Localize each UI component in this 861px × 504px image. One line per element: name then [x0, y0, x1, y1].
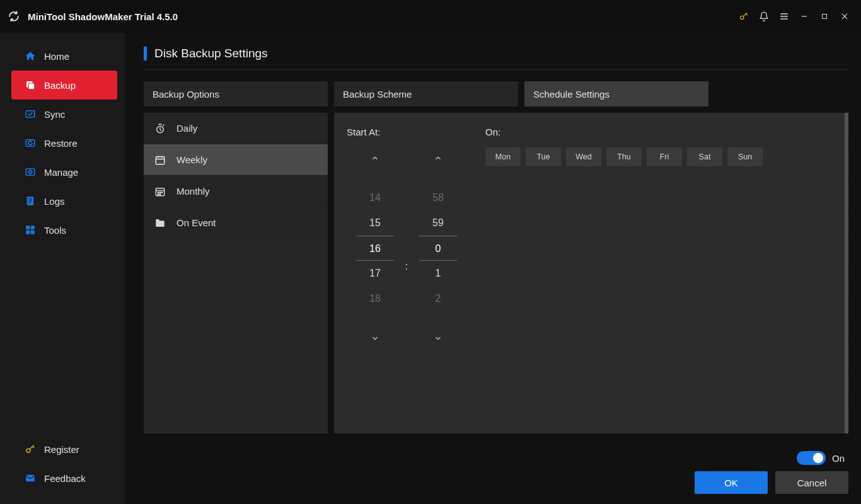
svg-point-32 — [159, 192, 161, 193]
day-label: Wed — [575, 152, 591, 161]
sidebar-item-register[interactable]: Register — [0, 435, 125, 464]
tab-row: Backup Options Backup Scheme Schedule Se… — [144, 81, 848, 106]
tools-icon — [24, 224, 37, 236]
sidebar-item-logs[interactable]: Logs — [0, 186, 125, 215]
hour-minus2[interactable]: 14 — [356, 185, 394, 210]
time-separator: : — [403, 261, 410, 272]
day-button-sat[interactable]: Sat — [687, 147, 722, 166]
page-title: Disk Backup Settings — [154, 47, 268, 60]
svg-point-34 — [158, 193, 159, 195]
minute-up-button[interactable] — [434, 147, 442, 169]
day-button-tue[interactable]: Tue — [526, 147, 561, 166]
sidebar-item-label: Feedback — [44, 473, 86, 484]
day-button-thu[interactable]: Thu — [606, 147, 642, 166]
backup-icon — [24, 79, 37, 91]
sidebar-item-label: Backup — [44, 80, 76, 91]
upgrade-key-icon[interactable] — [735, 8, 753, 25]
calendar-month-icon — [154, 185, 166, 198]
hour-minus1[interactable]: 15 — [356, 210, 394, 236]
ok-button[interactable]: OK — [695, 471, 768, 494]
schedule-type-label: Daily — [176, 123, 197, 134]
sidebar-item-label: Logs — [44, 196, 65, 207]
sidebar-item-sync[interactable]: Sync — [0, 100, 125, 129]
svg-rect-9 — [28, 83, 35, 89]
maximize-button[interactable] — [816, 8, 833, 25]
hour-plus1[interactable]: 17 — [356, 261, 394, 286]
hour-column: 14 15 16 17 18 — [347, 147, 403, 349]
hour-selected[interactable]: 16 — [356, 236, 394, 261]
close-button[interactable] — [836, 8, 853, 25]
minute-column: 58 59 0 1 2 — [410, 147, 466, 349]
day-label: Sat — [699, 152, 711, 161]
svg-rect-19 — [31, 226, 35, 229]
hour-down-button[interactable] — [371, 328, 379, 349]
minute-plus1[interactable]: 1 — [419, 261, 457, 286]
minute-plus2[interactable]: 2 — [419, 286, 457, 311]
clock-icon — [154, 122, 166, 135]
on-label: On: — [485, 127, 763, 137]
schedule-type-weekly[interactable]: Weekly — [144, 144, 328, 176]
schedule-type-on-event[interactable]: On Event — [144, 207, 328, 239]
sidebar-item-tools[interactable]: Tools — [0, 215, 125, 244]
schedule-type-daily[interactable]: Daily — [144, 113, 328, 144]
svg-rect-20 — [26, 231, 30, 234]
minimize-button[interactable] — [795, 8, 813, 25]
day-button-wed[interactable]: Wed — [566, 147, 601, 166]
day-label: Sun — [738, 152, 752, 161]
svg-point-33 — [161, 192, 163, 193]
notification-icon[interactable] — [755, 8, 773, 25]
manage-icon — [24, 166, 37, 178]
titlebar: MiniTool ShadowMaker Trial 4.5.0 — [0, 0, 861, 33]
day-buttons: Mon Tue Wed Thu Fri Sat Sun — [485, 147, 763, 166]
day-button-fri[interactable]: Fri — [647, 147, 682, 166]
schedule-type-monthly[interactable]: Monthly — [144, 176, 328, 207]
svg-rect-17 — [28, 202, 31, 203]
folder-icon — [154, 217, 166, 229]
sidebar-item-home[interactable]: Home — [0, 42, 125, 71]
sidebar-item-feedback[interactable]: Feedback — [0, 464, 125, 493]
tab-backup-options[interactable]: Backup Options — [144, 81, 328, 106]
tab-backup-scheme[interactable]: Backup Scheme — [334, 81, 518, 106]
sidebar-item-backup[interactable]: Backup — [11, 71, 117, 100]
sidebar-item-label: Home — [44, 51, 69, 62]
tab-label: Backup Scheme — [343, 89, 412, 100]
mail-icon — [24, 472, 37, 484]
day-button-sun[interactable]: Sun — [727, 147, 763, 166]
schedule-type-label: On Event — [176, 217, 216, 228]
header-accent-bar — [144, 47, 147, 60]
svg-point-31 — [158, 192, 159, 193]
svg-rect-21 — [31, 231, 35, 234]
restore-icon — [24, 137, 37, 149]
sidebar-item-manage[interactable]: Manage — [0, 158, 125, 186]
hour-plus2[interactable]: 18 — [356, 286, 394, 311]
menu-icon[interactable] — [775, 8, 793, 25]
tab-schedule-settings[interactable]: Schedule Settings — [524, 81, 708, 106]
svg-point-35 — [159, 193, 161, 195]
schedule-panel: Start At: 14 15 16 17 18 — [334, 113, 848, 433]
tab-label: Backup Options — [153, 89, 219, 100]
minute-down-button[interactable] — [434, 328, 442, 349]
scrollbar[interactable] — [845, 113, 848, 433]
sidebar-item-label: Register — [44, 444, 79, 455]
sidebar-item-label: Manage — [44, 167, 78, 178]
minute-selected[interactable]: 0 — [419, 236, 457, 261]
schedule-type-label: Weekly — [176, 154, 207, 165]
logs-icon — [24, 195, 37, 207]
day-button-mon[interactable]: Mon — [485, 147, 521, 166]
button-label: OK — [724, 478, 738, 488]
sidebar-item-restore[interactable]: Restore — [0, 129, 125, 158]
button-label: Cancel — [797, 478, 827, 488]
minute-minus1[interactable]: 59 — [419, 210, 457, 236]
day-label: Fri — [660, 152, 669, 161]
minute-minus2[interactable]: 58 — [419, 185, 457, 210]
hour-up-button[interactable] — [371, 147, 379, 169]
svg-rect-16 — [28, 200, 32, 201]
page-header: Disk Backup Settings — [144, 47, 848, 70]
app-logo-icon — [8, 10, 20, 23]
time-picker: 14 15 16 17 18 : — [347, 147, 466, 349]
on-days-block: On: Mon Tue Wed Thu Fri Sat Sun — [485, 127, 763, 421]
schedule-toggle[interactable] — [797, 451, 826, 465]
cancel-button[interactable]: Cancel — [775, 471, 848, 494]
svg-rect-25 — [156, 156, 165, 164]
content-area: Disk Backup Settings Backup Options Back… — [125, 33, 861, 504]
